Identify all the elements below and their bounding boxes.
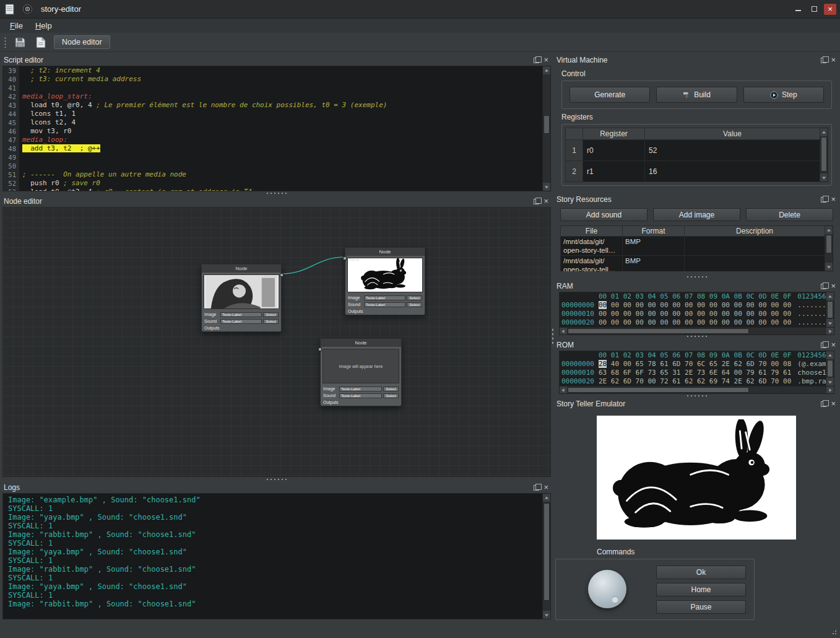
format-column-header[interactable]: Format bbox=[623, 226, 685, 237]
hex-selected-byte[interactable]: 00 bbox=[599, 301, 607, 309]
generate-button[interactable]: Generate bbox=[569, 87, 650, 103]
hex-selected-byte[interactable]: 2E bbox=[599, 377, 607, 385]
undock-icon[interactable] bbox=[534, 58, 539, 63]
minimize-button[interactable] bbox=[792, 4, 804, 15]
splitter-ram-rom[interactable] bbox=[555, 334, 838, 338]
rom-vscrollbar[interactable] bbox=[826, 351, 834, 387]
scroll-left-arrow[interactable] bbox=[560, 387, 567, 393]
scroll-right-arrow[interactable] bbox=[826, 387, 834, 393]
knob-dial[interactable] bbox=[588, 570, 626, 608]
scroll-down-arrow[interactable] bbox=[820, 173, 828, 181]
node-editor-panel-header[interactable]: Node editor × bbox=[2, 196, 551, 207]
step-button[interactable]: Step bbox=[743, 87, 824, 103]
node-titlebar[interactable]: Node bbox=[202, 264, 281, 273]
window-resize-grip[interactable] bbox=[829, 627, 838, 636]
scroll-down-arrow[interactable] bbox=[825, 263, 833, 271]
undock-icon[interactable] bbox=[534, 199, 539, 204]
maximize-button[interactable] bbox=[808, 4, 820, 15]
node-select-button[interactable]: Select bbox=[383, 393, 399, 398]
script-editor-panel-header[interactable]: Script editor × bbox=[2, 55, 551, 66]
story-teller-emulator-panel-header[interactable]: Story Teller Emulator × bbox=[555, 398, 838, 409]
scroll-up-arrow[interactable] bbox=[543, 66, 550, 74]
hex-selected-byte[interactable]: 28 bbox=[599, 360, 607, 368]
scroll-up-arrow[interactable] bbox=[825, 226, 833, 234]
close-icon[interactable]: × bbox=[831, 342, 836, 348]
scroll-thumb[interactable] bbox=[826, 235, 832, 253]
port-out[interactable] bbox=[280, 273, 284, 277]
splitter-script-node[interactable] bbox=[2, 191, 551, 195]
close-button[interactable]: × bbox=[824, 4, 836, 15]
menu-help[interactable]: Help bbox=[29, 20, 58, 32]
undock-icon[interactable] bbox=[821, 284, 826, 289]
register-row[interactable]: 1 r0 52 bbox=[566, 140, 820, 161]
media-node-3[interactable]: Node Image will appear here Image Texte-… bbox=[320, 338, 402, 406]
node-combo[interactable]: Texte-Label bbox=[220, 319, 262, 324]
toolbar-handle[interactable] bbox=[4, 37, 7, 48]
close-icon[interactable]: × bbox=[831, 401, 836, 407]
splitter-resources-ram[interactable] bbox=[555, 275, 838, 279]
add-image-button[interactable]: Add image bbox=[653, 208, 740, 221]
rom-hscrollbar[interactable] bbox=[559, 387, 834, 394]
scroll-thumb[interactable] bbox=[568, 387, 749, 393]
node-combo[interactable]: Texte-Label bbox=[339, 393, 382, 398]
scroll-up-arrow[interactable] bbox=[826, 292, 834, 300]
scroll-down-arrow[interactable] bbox=[543, 183, 550, 191]
scroll-thumb[interactable] bbox=[821, 137, 827, 172]
story-resources-panel-header[interactable]: Story Resources × bbox=[555, 194, 838, 205]
node-titlebar[interactable]: Node bbox=[321, 339, 401, 347]
script-code-area[interactable]: 39 ; t2: increment 4 40 ; t3: current me… bbox=[2, 66, 543, 191]
logs-panel-header[interactable]: Logs × bbox=[2, 482, 551, 493]
save-button[interactable] bbox=[12, 35, 28, 50]
scroll-up-arrow[interactable] bbox=[820, 128, 828, 136]
node-select-button[interactable]: Select bbox=[407, 302, 422, 307]
node-combo[interactable]: Texte-Label bbox=[339, 387, 382, 391]
scroll-thumb[interactable] bbox=[543, 503, 550, 601]
scroll-down-arrow[interactable] bbox=[543, 611, 550, 619]
hex-selected-byte[interactable]: 00 bbox=[599, 318, 607, 326]
node-select-button[interactable]: Select bbox=[383, 387, 399, 391]
rom-panel-header[interactable]: ROM × bbox=[555, 339, 838, 351]
close-icon[interactable]: × bbox=[831, 57, 836, 63]
resource-row[interactable]: /mnt/data/git/ open-story-tell… BMP bbox=[561, 237, 825, 256]
value-column-header[interactable]: Value bbox=[645, 128, 820, 140]
undock-icon[interactable] bbox=[821, 197, 826, 203]
build-button[interactable]: Build bbox=[656, 87, 737, 103]
titlebar[interactable]: story-editor × bbox=[0, 0, 840, 19]
resource-row[interactable]: /mnt/data/git/ open-story-tell… BMP bbox=[561, 256, 825, 272]
scroll-up-arrow[interactable] bbox=[543, 494, 550, 502]
ok-button[interactable]: Ok bbox=[656, 566, 746, 579]
media-node-2[interactable]: Node Port In bbox=[345, 247, 425, 315]
scroll-up-arrow[interactable] bbox=[826, 351, 834, 359]
scroll-thumb[interactable] bbox=[827, 360, 833, 377]
splitter-rom-emulator[interactable] bbox=[555, 394, 838, 398]
splitter-main-columns[interactable] bbox=[551, 52, 555, 622]
delete-button[interactable]: Delete bbox=[746, 208, 833, 221]
rom-hex-view[interactable]: 00 01 02 03 04 05 06 07 08 09 0A 0B 0C 0… bbox=[559, 351, 826, 387]
close-icon[interactable]: × bbox=[543, 57, 548, 63]
undock-icon[interactable] bbox=[821, 401, 826, 407]
undock-icon[interactable] bbox=[534, 485, 539, 491]
home-button[interactable]: Home bbox=[656, 583, 746, 596]
register-row[interactable]: 2 r1 16 bbox=[566, 161, 820, 182]
pause-button[interactable]: Pause bbox=[656, 600, 746, 614]
register-column-header[interactable]: Register bbox=[583, 128, 645, 140]
logs-scrollbar[interactable] bbox=[543, 493, 551, 619]
node-select-button[interactable]: Select bbox=[263, 319, 279, 324]
undock-icon[interactable] bbox=[821, 58, 826, 63]
scroll-thumb[interactable] bbox=[568, 328, 749, 334]
virtual-machine-panel-header[interactable]: Virtual Machine × bbox=[555, 55, 838, 66]
ram-panel-header[interactable]: RAM × bbox=[555, 281, 838, 292]
close-icon[interactable]: × bbox=[543, 198, 548, 204]
close-icon[interactable]: × bbox=[543, 484, 548, 491]
node-select-button[interactable]: Select bbox=[263, 312, 279, 317]
scroll-thumb[interactable] bbox=[827, 301, 833, 318]
node-canvas[interactable]: Node Port Out Image Texte-Label Select bbox=[2, 207, 551, 477]
resources-scrollbar[interactable] bbox=[825, 225, 833, 271]
node-select-button[interactable]: Select bbox=[407, 295, 422, 300]
scroll-down-arrow[interactable] bbox=[826, 319, 834, 327]
port-in[interactable] bbox=[318, 347, 322, 351]
node-editor-toggle-button[interactable]: Node editor bbox=[54, 35, 110, 49]
scroll-left-arrow[interactable] bbox=[560, 328, 567, 334]
scroll-thumb[interactable] bbox=[543, 115, 550, 134]
media-node-1[interactable]: Node Port Out Image Texte-Label Select bbox=[201, 264, 282, 332]
